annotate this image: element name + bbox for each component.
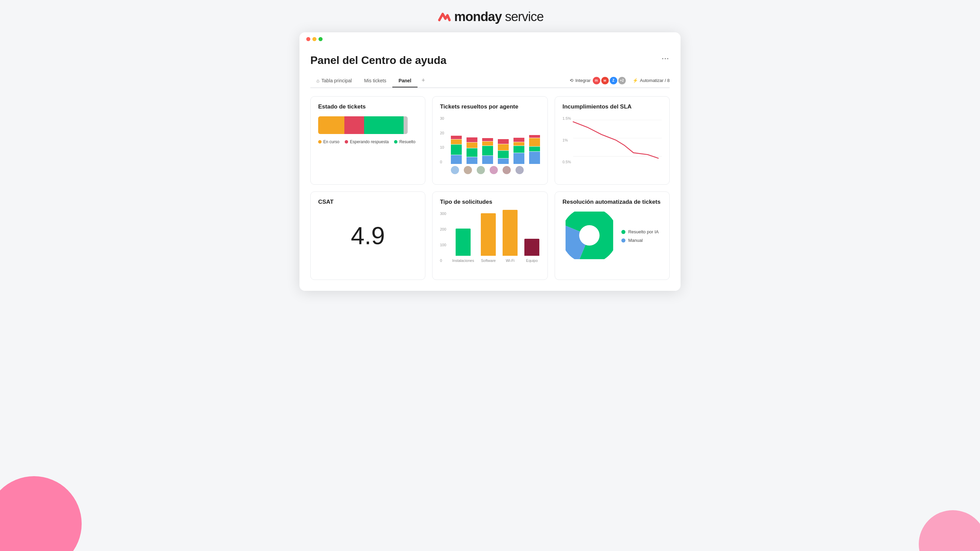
window-dot-yellow[interactable]: [312, 37, 317, 41]
legend-resuelto: Resuelto: [394, 140, 415, 144]
more-options-button[interactable]: ⋯: [662, 54, 670, 63]
app-name: monday service: [454, 10, 544, 24]
card-estado-title: Estado de tickets: [318, 103, 417, 110]
tipo-chart: 300 200 100 0 Instalaciones Software: [440, 211, 540, 273]
dashboard-grid: Estado de tickets En curso: [310, 96, 670, 280]
bar-group-1: [451, 136, 462, 164]
card-resolucion: Resolución automatizada de tickets: [555, 192, 670, 280]
sla-line-svg: [563, 116, 662, 167]
card-csat-title: CSAT: [318, 198, 417, 205]
sla-y-axis: 1.5% 1% 0.5%: [563, 116, 571, 164]
avatar-1: [451, 166, 459, 174]
card-tipo-title: Tipo de solicitudes: [440, 198, 540, 205]
integration-icons: m M Z +2: [593, 77, 626, 84]
legend-ia: Resuelto por IA: [621, 229, 659, 234]
more-integrations-icon: +2: [618, 77, 626, 84]
main-window: Panel del Centro de ayuda ⋯ ⌂ Tabla prin…: [299, 32, 681, 291]
dot-resuelto: [394, 140, 398, 143]
bar-en-curso: [318, 116, 344, 134]
tab-mis-tickets[interactable]: Mis tickets: [358, 75, 392, 87]
avatar-row: [440, 166, 540, 174]
agente-bars: [440, 116, 540, 164]
pie-legend: Resuelto por IA Manual: [621, 229, 659, 243]
card-sla-title: Incumplimientos del SLA: [563, 103, 662, 110]
monday-logo-icon: [437, 10, 451, 24]
integrate-icon: ⟲: [570, 78, 573, 83]
bar-resuelto: [364, 116, 404, 134]
gmail-integration-icon: M: [601, 77, 609, 84]
window-content: Panel del Centro de ayuda ⋯ ⌂ Tabla prin…: [299, 46, 681, 291]
add-tab-button[interactable]: +: [417, 73, 430, 87]
window-dot-green[interactable]: [318, 37, 323, 41]
bar-esperando: [344, 116, 364, 134]
deco-shape-left: [0, 476, 82, 551]
tickets-agente-chart: 30 20 10 0: [440, 116, 540, 174]
automate-icon: ⚡: [633, 78, 638, 83]
card-csat: CSAT 4.9: [310, 192, 425, 280]
dot-ia: [621, 230, 625, 234]
tab-panel[interactable]: Panel: [392, 75, 417, 87]
nav-actions: ⟲ Integrar m M Z +2 ⚡ Automatizar / 8: [570, 77, 670, 84]
csat-value: 4.9: [318, 211, 417, 256]
avatar-5: [503, 166, 511, 174]
home-icon: ⌂: [317, 78, 319, 83]
card-resolucion-title: Resolución automatizada de tickets: [563, 198, 662, 205]
dot-manual: [621, 238, 625, 243]
svg-point-5: [579, 225, 600, 246]
app-header: monday service: [0, 0, 980, 32]
status-bar: [318, 116, 408, 134]
logo: monday service: [437, 10, 544, 24]
dot-en-curso: [318, 140, 321, 143]
tipo-bars: Instalaciones Software Wi-Fi Equipo: [440, 211, 540, 263]
bar-other: [404, 116, 408, 134]
legend-manual: Manual: [621, 238, 659, 243]
avatar-6: [515, 166, 524, 174]
window-chrome: [299, 32, 681, 46]
bar-group-3: [482, 138, 493, 164]
page-title: Panel del Centro de ayuda: [310, 54, 447, 67]
card-sla: Incumplimientos del SLA 1.5% 1% 0.5%: [555, 96, 670, 185]
deco-shape-right: [919, 510, 980, 551]
status-legend: En curso Esperando respuesta Resuelto: [318, 140, 417, 144]
legend-en-curso: En curso: [318, 140, 339, 144]
monday-integration-icon: m: [593, 77, 600, 84]
pie-chart: [566, 211, 613, 260]
avatar-3: [477, 166, 485, 174]
avatar-4: [490, 166, 498, 174]
bar-group-2: [466, 137, 477, 164]
status-bar-container: [318, 116, 417, 134]
bar-group-6: [529, 135, 540, 164]
tipo-y-axis: 300 200 100 0: [440, 211, 446, 263]
integrate-button[interactable]: ⟲ Integrar m M Z +2: [570, 77, 626, 84]
bar-group-5: [514, 138, 524, 164]
bar-group-4: [498, 139, 509, 164]
zoom-integration-icon: Z: [610, 77, 617, 84]
dot-esperando: [345, 140, 348, 143]
card-agente-title: Tickets resueltos por agente: [440, 103, 540, 110]
tipo-bar-wifi: Wi-Fi: [503, 210, 517, 263]
legend-esperando: Esperando respuesta: [345, 140, 388, 144]
avatar-2: [464, 166, 472, 174]
card-tipo: Tipo de solicitudes 300 200 100 0 Instal…: [432, 192, 548, 280]
tipo-bar-instalaciones: Instalaciones: [452, 229, 474, 263]
tab-tabla-principal[interactable]: ⌂ Tabla principal: [310, 75, 358, 87]
pie-area: Resuelto por IA Manual: [563, 211, 662, 260]
sla-chart: 1.5% 1% 0.5%: [563, 116, 662, 167]
pie-svg: [566, 211, 613, 259]
tipo-bar-equipo: Equipo: [524, 239, 539, 263]
tipo-bar-software: Software: [481, 213, 496, 263]
automate-button[interactable]: ⚡ Automatizar / 8: [633, 78, 670, 83]
panel-header: Panel del Centro de ayuda ⋯: [310, 54, 670, 67]
agente-y-axis: 30 20 10 0: [440, 116, 444, 164]
nav-tabs: ⌂ Tabla principal Mis tickets Panel + ⟲ …: [310, 73, 670, 88]
window-dot-red[interactable]: [306, 37, 310, 41]
card-tickets-agente: Tickets resueltos por agente 30 20 10 0: [432, 96, 548, 185]
card-estado-tickets: Estado de tickets En curso: [310, 96, 425, 185]
